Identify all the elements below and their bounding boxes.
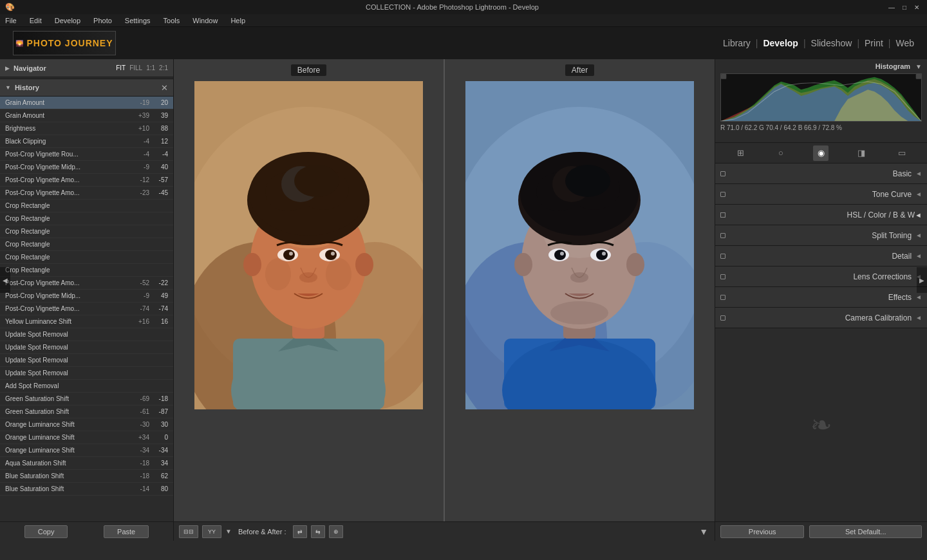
- menu-edit[interactable]: Edit: [27, 16, 44, 25]
- section-arrow: ◄: [915, 232, 922, 239]
- right-section-5[interactable]: Lens Corrections ◄: [715, 266, 927, 287]
- paste-button[interactable]: Paste: [104, 525, 149, 538]
- history-item[interactable]: Post-Crop Vignette Amo... -23 -45: [0, 187, 173, 200]
- section-indicator: [720, 212, 726, 218]
- history-item-name: Crop Rectangle: [5, 254, 130, 261]
- history-toggle[interactable]: ▼: [5, 84, 11, 91]
- history-item[interactable]: Aqua Saturation Shift -18 34: [0, 457, 173, 470]
- menu-tools[interactable]: Tools: [161, 16, 183, 25]
- left-nav-arrow[interactable]: ◀: [0, 267, 10, 293]
- history-item-name: Green Saturation Shift: [5, 408, 130, 415]
- history-item-name: Crop Rectangle: [5, 241, 130, 248]
- history-item[interactable]: Blue Saturation Shift -14 80: [0, 483, 173, 496]
- history-item-val1: -30: [130, 421, 149, 428]
- spot-icon[interactable]: ◉: [813, 145, 829, 161]
- histogram-title: Histogram: [720, 62, 910, 70]
- zoom-1to1[interactable]: 1:1: [146, 64, 155, 71]
- grid-icon[interactable]: ⊞: [733, 145, 748, 161]
- nav-print[interactable]: Print: [865, 38, 883, 48]
- nav-sep-1: |: [756, 38, 758, 48]
- gradient-icon[interactable]: ▭: [894, 145, 910, 161]
- right-section-4[interactable]: Detail ◄: [715, 246, 927, 266]
- history-item-val1: -9: [130, 163, 149, 171]
- nav-web[interactable]: Web: [895, 38, 914, 48]
- history-item[interactable]: Update Spot Removal: [0, 367, 173, 380]
- menu-help[interactable]: Help: [228, 16, 248, 25]
- history-item-name: Update Spot Removal: [5, 331, 130, 338]
- crop-icon[interactable]: ○: [773, 145, 789, 161]
- menu-settings[interactable]: Settings: [122, 16, 153, 25]
- history-close[interactable]: ✕: [161, 83, 168, 93]
- history-item[interactable]: Green Saturation Shift -69 -18: [0, 393, 173, 406]
- menu-window[interactable]: Window: [190, 16, 220, 25]
- history-item[interactable]: Orange Luminance Shift -30 30: [0, 418, 173, 431]
- history-item[interactable]: Post-Crop Vignette Rou... -4 -4: [0, 148, 173, 161]
- history-item[interactable]: Post-Crop Vignette Amo... -74 -74: [0, 303, 173, 315]
- history-item[interactable]: Update Spot Removal: [0, 354, 173, 367]
- nav-sep-3: |: [857, 38, 859, 48]
- dropdown-arrow[interactable]: ▼: [225, 528, 232, 535]
- right-section-1[interactable]: Tone Curve ◄: [715, 184, 927, 205]
- right-section-0[interactable]: Basic ◄: [715, 163, 927, 184]
- history-item[interactable]: Grain Amount -19 20: [0, 97, 173, 109]
- history-item[interactable]: Yellow Luminance Shift +16 16: [0, 315, 173, 328]
- right-section-2[interactable]: HSL / Color / B & W ◄: [715, 205, 927, 225]
- arrows-btn[interactable]: ⇆: [311, 525, 325, 538]
- history-item-name: Crop Rectangle: [5, 266, 130, 274]
- history-item[interactable]: Black Clipping -4 12: [0, 135, 173, 148]
- minimize-btn[interactable]: —: [886, 4, 897, 11]
- history-item[interactable]: Crop Rectangle: [0, 200, 173, 212]
- history-item[interactable]: Crop Rectangle: [0, 238, 173, 251]
- history-item[interactable]: Crop Rectangle: [0, 225, 173, 238]
- history-item[interactable]: Update Spot Removal: [0, 328, 173, 341]
- right-section-6[interactable]: Effects ◄: [715, 287, 927, 308]
- close-btn[interactable]: ✕: [912, 4, 922, 11]
- zoom-2to1[interactable]: 2:1: [159, 64, 168, 71]
- toolbar-expand-down[interactable]: ▼: [698, 527, 709, 537]
- history-item[interactable]: Crop Rectangle: [0, 251, 173, 264]
- zoom-fill[interactable]: FILL: [129, 64, 142, 71]
- history-item[interactable]: Post-Crop Vignette Midp... -9 49: [0, 290, 173, 303]
- history-item-val1: -52: [130, 279, 149, 286]
- menu-photo[interactable]: Photo: [91, 16, 115, 25]
- history-item-val1: -18: [130, 472, 149, 480]
- zoom-fit[interactable]: FIT: [116, 64, 126, 71]
- history-item[interactable]: Add Spot Removal: [0, 380, 173, 393]
- navigator-toggle[interactable]: ▶: [5, 65, 10, 71]
- right-section-7[interactable]: Camera Calibration ◄: [715, 308, 927, 328]
- menu-file[interactable]: File: [3, 16, 19, 25]
- history-item[interactable]: Grain Amount +39 39: [0, 109, 173, 122]
- nav-library[interactable]: Library: [723, 38, 751, 48]
- history-item[interactable]: Green Saturation Shift -61 -87: [0, 406, 173, 418]
- history-item[interactable]: Post-Crop Vignette Amo... -52 -22: [0, 277, 173, 290]
- cycle-btn[interactable]: ⊕: [329, 525, 343, 538]
- history-item-val1: -14: [130, 485, 149, 492]
- history-item-name: Post-Crop Vignette Amo...: [5, 305, 130, 312]
- history-item[interactable]: Post-Crop Vignette Amo... -12 -57: [0, 174, 173, 187]
- section-label: Split Toning: [731, 231, 912, 240]
- swap-btn[interactable]: ⇄: [293, 525, 307, 538]
- history-item[interactable]: Orange Luminance Shift -34 -34: [0, 444, 173, 457]
- copy-button[interactable]: Copy: [24, 525, 68, 538]
- history-item[interactable]: Blue Saturation Shift -18 62: [0, 470, 173, 483]
- right-section-3[interactable]: Split Toning ◄: [715, 225, 927, 246]
- right-nav-arrow[interactable]: ▶: [917, 267, 927, 293]
- history-item[interactable]: Crop Rectangle: [0, 212, 173, 225]
- previous-button[interactable]: Previous: [720, 525, 804, 538]
- nav-develop[interactable]: Develop: [763, 38, 798, 48]
- menu-develop[interactable]: Develop: [52, 16, 83, 25]
- history-item[interactable]: Update Spot Removal: [0, 341, 173, 354]
- svg-rect-54: [465, 81, 694, 409]
- history-item-name: Grain Amount: [5, 99, 130, 106]
- set-default-button[interactable]: Set Default...: [809, 525, 922, 538]
- yy-btn[interactable]: YY: [202, 525, 221, 538]
- layout-view-btn[interactable]: ⊟⊟: [179, 525, 198, 538]
- history-item[interactable]: Post-Crop Vignette Midp... -9 40: [0, 161, 173, 174]
- histogram-expand[interactable]: ▼: [915, 63, 922, 70]
- history-item[interactable]: Crop Rectangle: [0, 264, 173, 277]
- history-item[interactable]: Orange Luminance Shift +34 0: [0, 431, 173, 444]
- maximize-btn[interactable]: □: [900, 4, 909, 11]
- bw-icon[interactable]: ◨: [854, 145, 869, 161]
- nav-slideshow[interactable]: Slideshow: [811, 38, 852, 48]
- history-item[interactable]: Brightness +10 88: [0, 122, 173, 135]
